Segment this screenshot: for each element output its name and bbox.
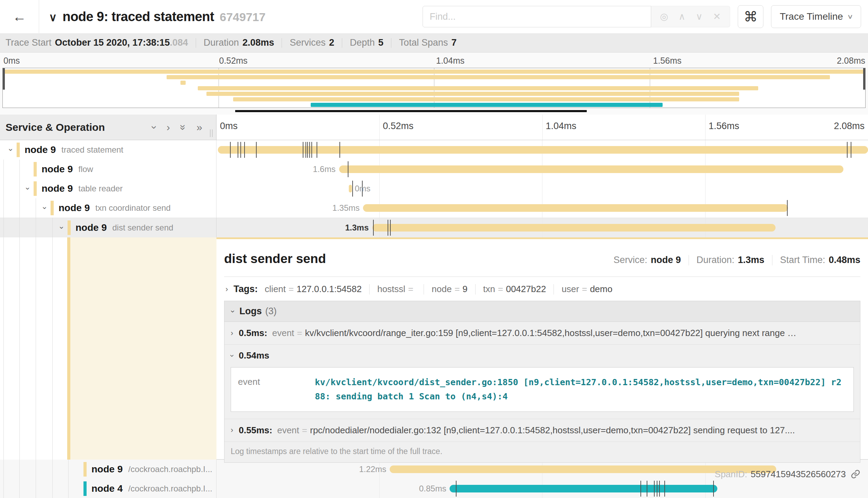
start-time-label: Start Time: bbox=[780, 255, 825, 265]
service-label: Service: bbox=[613, 255, 647, 265]
logs-section: › Logs (3) › 0.5ms: event = kv/kvclient/… bbox=[224, 301, 860, 463]
log-value: rpc/nodedialer/nodedialer.go:132 [n9,cli… bbox=[310, 425, 795, 436]
span-name-cell[interactable]: › node 9 table reader bbox=[0, 179, 216, 198]
span-detail-row: dist sender send Service:node 9 Duration… bbox=[0, 237, 868, 460]
span-timeline-cell[interactable]: 1.35ms bbox=[216, 198, 868, 218]
span-timeline-cell[interactable]: 1.3ms bbox=[216, 218, 868, 237]
span-name-cell[interactable]: › node 9 txn coordinator send bbox=[0, 198, 216, 218]
span-duration-label: 1.3ms bbox=[345, 223, 369, 233]
clear-search-icon[interactable]: ✕ bbox=[713, 11, 721, 22]
log-timestamp: 0.5ms: bbox=[239, 328, 267, 338]
span-row-dist-sender-send[interactable]: › node 9 dist sender send 1.3ms bbox=[0, 218, 868, 237]
span-duration-bar[interactable] bbox=[372, 224, 776, 232]
trace-start-value: October 15 2020, 17:38:15 bbox=[55, 37, 170, 48]
chevron-down-icon[interactable]: › bbox=[231, 351, 233, 360]
span-duration-bar[interactable] bbox=[363, 204, 788, 212]
log-marker-tick bbox=[851, 142, 851, 158]
log-marker-tick bbox=[657, 481, 657, 497]
log-expanded-header[interactable]: › 0.54ms bbox=[231, 350, 854, 361]
log-marker-tick bbox=[659, 481, 660, 497]
span-duration-bar[interactable] bbox=[339, 165, 843, 173]
span-row-traced-statement[interactable]: › node 9 traced statement bbox=[0, 140, 868, 160]
span-name-cell[interactable]: node 9 /cockroach.roachpb.I... bbox=[0, 460, 216, 479]
span-operation: /cockroach.roachpb.I... bbox=[128, 484, 212, 494]
span-name-cell[interactable]: node 9 flow bbox=[0, 160, 216, 179]
span-duration-label: 1.6ms bbox=[313, 164, 335, 174]
span-row-flow[interactable]: node 9 flow 1.6ms bbox=[0, 160, 868, 179]
span-row-table-reader[interactable]: › node 9 table reader 0ms bbox=[0, 179, 868, 198]
divider bbox=[282, 38, 282, 48]
span-duration-bar[interactable] bbox=[349, 185, 352, 192]
find-group: ◎ ∧ ∨ ✕ bbox=[423, 6, 730, 27]
gridline bbox=[705, 115, 706, 140]
chevron-down-icon[interactable]: › bbox=[22, 184, 34, 193]
span-name-cell[interactable]: › node 9 dist sender send bbox=[0, 218, 216, 237]
column-resize-handle[interactable] bbox=[210, 129, 213, 137]
top-bar: ← ∨ node 9: traced statement 6749717 ◎ ∧… bbox=[0, 0, 868, 33]
find-input[interactable] bbox=[423, 6, 651, 27]
minimap-time-labels: 0ms 0.52ms 1.04ms 1.56ms 2.08ms bbox=[0, 53, 868, 68]
chevron-down-icon[interactable]: › bbox=[231, 307, 234, 316]
chevron-down-icon: ∨ bbox=[847, 13, 853, 20]
chevron-down-icon[interactable]: ∨ bbox=[49, 11, 57, 24]
chevron-right-icon[interactable]: › bbox=[225, 285, 228, 294]
top-bar-controls: ◎ ∧ ∨ ✕ ⌘ Trace Timeline ∨ bbox=[423, 5, 868, 28]
timeline-minimap[interactable]: 0ms 0.52ms 1.04ms 1.56ms 2.08ms bbox=[0, 53, 868, 115]
chevron-right-icon[interactable]: › bbox=[231, 329, 233, 338]
trace-view-selector[interactable]: Trace Timeline ∨ bbox=[771, 5, 861, 28]
log-marker-tick bbox=[256, 142, 257, 158]
span-duration-bar[interactable] bbox=[218, 146, 868, 154]
minimap-canvas[interactable] bbox=[2, 68, 866, 108]
log-key: event bbox=[277, 425, 299, 436]
chevron-down-icon[interactable]: › bbox=[39, 203, 51, 212]
tags-row[interactable]: › Tags: client=127.0.0.1:54582 hostssl= … bbox=[224, 277, 860, 301]
next-result-icon[interactable]: ∨ bbox=[696, 11, 703, 22]
log-marker-tick bbox=[390, 220, 391, 236]
divider bbox=[424, 284, 424, 295]
timeline-column-headers: Service & Operation › › » » 0ms 0.52ms 1… bbox=[0, 115, 868, 140]
find-tools: ◎ ∧ ∨ ✕ bbox=[651, 6, 730, 27]
log-marker-tick bbox=[847, 142, 848, 158]
keyboard-shortcuts-button[interactable]: ⌘ bbox=[738, 5, 763, 28]
span-operation: flow bbox=[78, 164, 93, 174]
span-duration-bar[interactable] bbox=[450, 485, 717, 492]
logs-header[interactable]: › Logs (3) bbox=[224, 301, 860, 322]
span-service: node 9 bbox=[42, 183, 73, 194]
chevron-down-icon[interactable]: › bbox=[56, 223, 68, 232]
time-label: 2.08ms bbox=[837, 56, 865, 66]
collapse-all-icon[interactable]: » bbox=[180, 122, 186, 133]
span-timeline-cell[interactable]: 0ms bbox=[216, 179, 868, 198]
span-row-roachpb-node4[interactable]: node 4 /cockroach.roachpb.I... 0.85ms bbox=[0, 479, 868, 498]
trace-start-label: Trace Start bbox=[6, 37, 52, 48]
locate-icon[interactable]: ◎ bbox=[660, 11, 668, 22]
previous-result-icon[interactable]: ∧ bbox=[679, 11, 685, 22]
minimap-right-scrub-handle[interactable] bbox=[863, 68, 865, 90]
collapse-one-icon[interactable]: › bbox=[153, 122, 156, 133]
time-label: 0.52ms bbox=[219, 56, 248, 66]
span-timeline-cell[interactable]: 1.6ms bbox=[216, 160, 868, 179]
horizontal-scrollbar[interactable] bbox=[235, 110, 587, 112]
trace-id: 6749717 bbox=[220, 10, 265, 24]
log-marker-tick bbox=[388, 220, 388, 236]
span-timeline-cell[interactable] bbox=[216, 140, 868, 160]
span-timeline-cell[interactable]: 0.85ms bbox=[216, 479, 868, 498]
tree-controls: › › » » bbox=[153, 122, 202, 133]
link-icon[interactable] bbox=[851, 469, 860, 479]
span-name-cell[interactable]: › node 9 traced statement bbox=[0, 140, 216, 160]
chevron-down-icon[interactable]: › bbox=[5, 145, 17, 154]
chevron-right-icon[interactable]: › bbox=[231, 426, 233, 435]
divider bbox=[553, 284, 554, 295]
span-name-cell[interactable]: node 4 /cockroach.roachpb.I... bbox=[0, 479, 216, 498]
span-row-txn-coordinator-send[interactable]: › node 9 txn coordinator send 1.35ms bbox=[0, 198, 868, 218]
expand-all-icon[interactable]: » bbox=[196, 122, 202, 133]
log-value: kv/kvclient/kvcoord/range_iter.go:159 [n… bbox=[305, 328, 797, 338]
span-service: node 9 bbox=[59, 202, 90, 214]
minimap-span-bar bbox=[198, 86, 759, 90]
log-entry-collapsed[interactable]: › 0.5ms: event = kv/kvclient/kvcoord/ran… bbox=[224, 322, 860, 345]
trace-title-group[interactable]: ∨ node 9: traced statement 6749717 bbox=[49, 9, 266, 24]
minimap-left-scrub-handle[interactable] bbox=[3, 68, 5, 90]
back-button[interactable]: ← bbox=[0, 0, 39, 33]
span-color-chip bbox=[34, 162, 37, 176]
expand-one-icon[interactable]: › bbox=[167, 122, 170, 133]
log-entry-collapsed[interactable]: › 0.55ms: event = rpc/nodedialer/nodedia… bbox=[224, 419, 860, 442]
